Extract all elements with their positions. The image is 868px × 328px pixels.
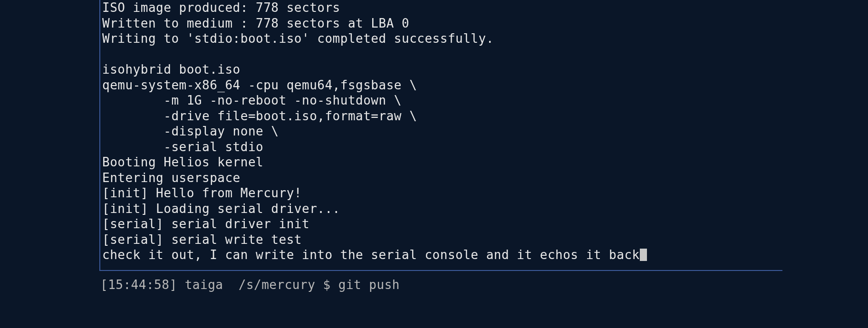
output-line: [serial] serial write test: [102, 232, 302, 247]
output-line: -serial stdio: [102, 140, 263, 154]
output-line: -display none \: [102, 124, 279, 138]
output-line: isohybrid boot.iso: [102, 62, 241, 77]
output-line: Writing to 'stdio:boot.iso' completed su…: [102, 31, 494, 46]
terminal-input-line[interactable]: check it out, I can write into the seria…: [102, 248, 640, 262]
output-line: Written to medium : 778 sectors at LBA 0: [102, 16, 409, 30]
cursor-icon: [640, 249, 647, 261]
output-line: -drive file=boot.iso,format=raw \: [102, 109, 417, 123]
output-line: -m 1G -no-reboot -no-shutdown \: [102, 93, 402, 107]
output-line: [init] Hello from Mercury!: [102, 186, 302, 200]
output-line: [serial] serial driver init: [102, 217, 309, 231]
output-line: Entering userspace: [102, 171, 241, 185]
terminal-pane[interactable]: ISO image produced: 778 sectors Written …: [99, 0, 782, 271]
output-line: ISO image produced: 778 sectors: [102, 0, 340, 15]
output-line: Booting Helios kernel: [102, 155, 263, 169]
secondary-prompt: [15:44:58] taiga /s/mercury $ git push: [100, 278, 400, 292]
output-line: qemu-system-x86_64 -cpu qemu64,fsgsbase …: [102, 78, 417, 92]
output-line: [init] Loading serial driver...: [102, 202, 340, 216]
prompt-text: [15:44:58] taiga /s/mercury $ git push: [100, 278, 400, 292]
terminal-output: ISO image produced: 778 sectors Written …: [102, 0, 781, 263]
